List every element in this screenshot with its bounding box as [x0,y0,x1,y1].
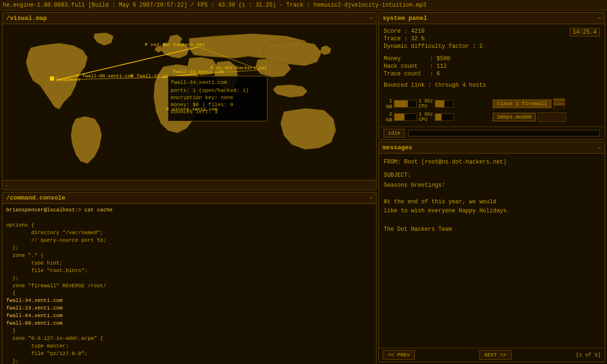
console-line-7: type hint; [6,260,372,267]
svg-text:encryption key:  none: encryption key: none [171,95,233,100]
class-1-firewall-button[interactable]: class 1 firewall [493,100,552,108]
console-line-20: }; [6,358,372,364]
visual-map-header: /visual.map — [2,13,376,24]
visual-map-title: /visual.map [6,15,47,22]
console-line-15: fwall-00.xenti.com [6,320,372,328]
hw-ram-2: 2GB [384,111,392,123]
hw-row-2: 2GB 1 GhzCPU [384,111,491,123]
message-from: FROM: Root (root@ns.dot-hackers.net) [384,157,600,167]
console-line-5: }; [6,245,372,252]
visual-map-minimize[interactable]: — [369,16,372,21]
console-line-17: zone "0.0.127.in-addr.arpa" { [6,335,372,343]
difficulty-row: Dynamic difficulty factor : 2 [384,43,483,50]
svg-text:✕ ns2.dot-hackers.net: ✕ ns2.dot-hackers.net [144,42,205,47]
hw-cpu-bar-1 [435,100,454,108]
system-panel-minimize[interactable]: — [598,16,601,21]
console-line-18: type master; [6,343,372,350]
system-panel-title: system panel [383,15,427,22]
hack-count-row: Hack count : 112 [384,63,600,70]
console-line-6: zone "." { [6,252,372,260]
console-line-8: file "root.hints"; [6,267,372,275]
message-subject: Seasons Greetings! [384,181,600,190]
console-line-9: }; [6,275,372,282]
console-line-blank [6,214,372,222]
svg-text:ports:  1 (open/hacked:  1): ports: 1 (open/hacked: 1) [171,88,249,93]
hw-ram-bar-2 [394,113,417,121]
command-console-minimize[interactable]: — [369,195,372,200]
system-panel-content: Score : 4210 Trace : 32 % Dynamic diffic… [379,24,605,93]
command-console-panel: /command.console — brianspencer@localhos… [2,192,377,364]
console-line-14: fwall-64.xenti.com [6,312,372,320]
console-content[interactable]: brianspencer@localhost:> cat cache optio… [2,204,376,364]
hw-cpu-label-2: 1 GhzCPU [419,112,433,122]
svg-text:✕ fwall-00.xenti.com: ✕ fwall-00.xenti.com [76,73,134,79]
console-line-2: options { [6,222,372,229]
map-bottom-text: - [5,182,9,188]
console-line-10: zone "firewall" REVERSE /root/ [6,282,372,290]
console-line-13: fwall-23.xenti.com [6,305,372,312]
console-line-12: fwall-34.xenti.com [6,297,372,305]
messages-title: messages [383,144,412,151]
titlebar: he.engine-1.00.0083.full [Build : May 6 … [0,0,607,10]
svg-text:✕ aicore.xenti.com: ✕ aicore.xenti.com [166,107,218,112]
messages-header: messages — [379,142,605,154]
messages-footer: << PREV NEXT >> [1 of 5] [379,348,605,362]
trace-row: Trace : 32 % [384,36,483,42]
messages-panel: messages — FROM: Root (root@ns.dot-hacke… [378,142,605,362]
svg-text:✕ fwall-23.xe: ✕ fwall-23.xe [130,73,168,79]
message-subject-label: SUBJECT: [384,171,600,180]
hw-ram-bar-1 [394,100,417,108]
bounced-row: Bounced link : through 4 hosts [384,82,600,89]
command-console-header: /command.console — [2,192,376,204]
trace-count-row: Trace count : 6 [384,71,600,77]
svg-rect-8 [50,76,55,81]
modem-button[interactable]: 2mbps.modem [493,113,536,121]
status-label: idle [384,129,405,137]
system-panel-header: system panel — [379,13,605,24]
console-line-0: brianspencer@localhost:> cat cache [6,207,372,214]
messages-content: FROM: Root (root@ns.dot-hackers.net) SUB… [379,154,605,348]
system-time: 14:25.4 [570,28,600,36]
prev-message-button[interactable]: << PREV [383,350,415,360]
svg-text:fwall-34.xenti.com: fwall-34.xenti.com [171,80,227,85]
hw-ram-1: 1GB [384,98,392,109]
status-progress-bar [408,130,600,136]
hw-btn-row-1: class 1 firewall [493,98,600,109]
console-line-16: } [6,328,372,335]
map-bottom-bar: - [2,180,376,190]
console-line-11: { [6,290,372,297]
message-page: [1 of 5] [576,352,601,358]
score-row: Score : 4210 [384,28,483,35]
messages-minimize[interactable]: — [598,145,601,150]
money-row: Money : $500 [384,55,600,62]
hardware-section: 1GB 1 GhzCPU class 1 firewall [379,98,605,127]
console-line-19: file "pz/127.0.0"; [6,350,372,358]
command-console-title: /command.console [6,194,65,201]
console-line-4: // query-source port 53; [6,237,372,245]
hw-cpu-label-1: 1 GhzCPU [419,99,433,109]
visual-map-panel: /visual.map — [2,12,377,190]
next-message-button[interactable]: NEXT >> [479,350,512,360]
hw-row-1: 1GB 1 GhzCPU [384,98,491,109]
message-body: At the end of this year, we would like t… [384,198,600,234]
titlebar-text: he.engine-1.00.0083.full [Build : May 6 … [3,2,426,9]
world-map-svg: localhost ✕ ns2.dot-hackers.net ✕ ns.dot… [2,24,376,180]
map-content[interactable]: localhost ✕ ns2.dot-hackers.net ✕ ns.dot… [2,24,376,180]
system-panel: system panel — Score : 4210 Trace : 32 % [378,12,605,140]
status-bar: idle [379,127,605,139]
hw-cpu-bar-2 [435,113,454,121]
console-line-3: directory "/var/named"; [6,229,372,237]
svg-text:fwall-34.xenti.com: fwall-34.xenti.com [173,69,224,74]
hw-btn-row-2: 2mbps.modem [493,111,600,123]
